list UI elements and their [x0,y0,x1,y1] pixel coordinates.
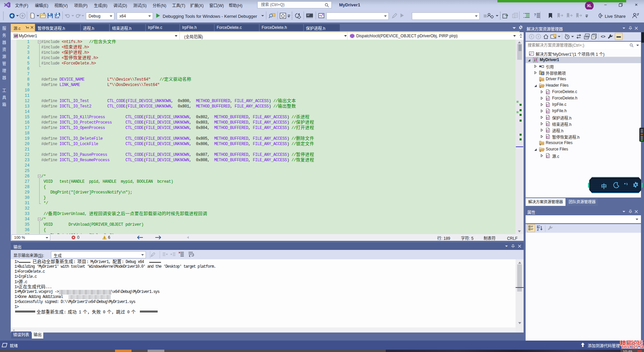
svg-text:c: c [547,91,548,94]
svg-text:h: h [547,97,548,100]
svg-text:c: c [547,155,548,158]
svg-text:?: ? [534,13,536,17]
svg-text:h: h [547,123,548,126]
svg-text:h: h [547,117,548,120]
svg-text:h: h [547,129,548,132]
svg-text:c: c [547,104,548,107]
svg-text:h: h [547,110,548,113]
svg-text:h: h [547,136,548,139]
svg-text:Z: Z [537,228,539,231]
